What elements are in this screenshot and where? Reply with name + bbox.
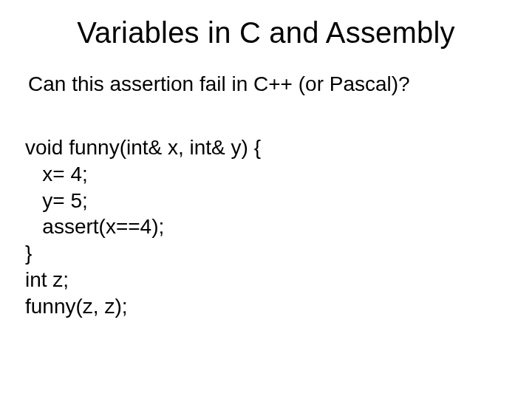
- code-line: funny(z, z);: [25, 295, 127, 318]
- slide-subtitle: Can this assertion fail in C++ (or Pasca…: [28, 72, 410, 96]
- code-block: void funny(int& x, int& y) { x= 4; y= 5;…: [25, 134, 261, 320]
- code-line: }: [25, 242, 32, 265]
- code-line: x= 4;: [25, 163, 88, 185]
- code-line: int z;: [25, 268, 69, 291]
- code-line: assert(x==4);: [25, 215, 164, 238]
- code-line: void funny(int& x, int& y) {: [25, 136, 261, 159]
- slide-title: Variables in C and Assembly: [0, 16, 532, 50]
- slide: Variables in C and Assembly Can this ass…: [0, 0, 532, 399]
- code-line: y= 5;: [25, 189, 88, 212]
